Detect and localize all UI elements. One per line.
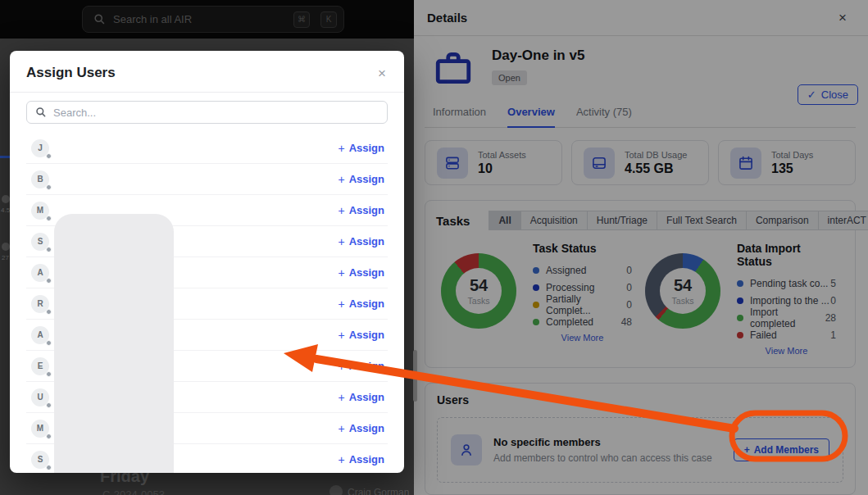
avatar-initial: A bbox=[37, 330, 43, 339]
status-dot bbox=[46, 402, 52, 408]
modal-close-icon[interactable]: × bbox=[378, 66, 386, 80]
background-accent-bar bbox=[0, 156, 10, 158]
assign-label: Assign bbox=[349, 297, 384, 310]
assign-label: Assign bbox=[349, 329, 384, 341]
plus-icon: + bbox=[338, 204, 344, 217]
avatar: R bbox=[31, 295, 49, 313]
assign-label: Assign bbox=[349, 360, 384, 372]
global-search-field[interactable] bbox=[113, 13, 283, 25]
avatar: B bbox=[31, 170, 49, 188]
avatar-initial: M bbox=[37, 424, 43, 433]
scrollbar-thumb[interactable] bbox=[413, 350, 417, 402]
assign-label: Assign bbox=[349, 142, 384, 154]
assign-button[interactable]: + Assign bbox=[338, 391, 384, 404]
assign-label: Assign bbox=[349, 173, 384, 185]
plus-icon: + bbox=[338, 391, 344, 404]
avatar-initial: B bbox=[37, 175, 43, 184]
avatar-initial: R bbox=[37, 299, 43, 308]
screen: ⌘ K 4.5 27 Friday C-2024-0053 Craig Gorm… bbox=[0, 0, 868, 495]
user-row: J + Assign bbox=[26, 133, 388, 164]
modal-header: Assign Users × bbox=[10, 51, 404, 93]
avatar: M bbox=[31, 420, 49, 438]
status-dot bbox=[46, 216, 52, 221]
search-icon bbox=[35, 107, 47, 118]
avatar-initial: A bbox=[37, 268, 43, 277]
avatar-initial: S bbox=[38, 237, 43, 246]
status-dot bbox=[46, 371, 52, 377]
assign-label: Assign bbox=[349, 453, 384, 465]
dim-overlay bbox=[414, 0, 868, 495]
assign-label: Assign bbox=[349, 422, 384, 434]
avatar: M bbox=[31, 202, 49, 220]
assign-label: Assign bbox=[349, 235, 384, 248]
status-dot bbox=[46, 309, 52, 315]
background-value: 27 bbox=[2, 254, 9, 261]
redaction-overlay bbox=[54, 214, 174, 473]
background-value: 4.5 bbox=[1, 207, 10, 214]
assign-button[interactable]: + Assign bbox=[338, 204, 384, 217]
status-dot bbox=[46, 465, 52, 470]
plus-icon: + bbox=[338, 360, 344, 373]
user-list: J + Assign B + Assign bbox=[10, 133, 404, 473]
assign-button[interactable]: + Assign bbox=[338, 297, 384, 311]
k-key-badge: K bbox=[320, 11, 337, 28]
assign-button[interactable]: + Assign bbox=[338, 235, 384, 248]
assign-label: Assign bbox=[349, 391, 384, 403]
plus-icon: + bbox=[338, 266, 344, 279]
status-dot bbox=[46, 153, 52, 159]
avatar: U bbox=[31, 388, 49, 406]
avatar-initial: S bbox=[38, 455, 43, 464]
status-dot bbox=[46, 247, 52, 252]
modal-title: Assign Users bbox=[26, 65, 116, 81]
plus-icon: + bbox=[338, 173, 344, 186]
status-dot bbox=[46, 278, 52, 284]
plus-icon: + bbox=[338, 329, 344, 342]
avatar: E bbox=[31, 357, 49, 375]
background-case-number: C-2024-0053 bbox=[102, 488, 165, 495]
assign-button[interactable]: + Assign bbox=[338, 329, 384, 342]
avatar-initial: M bbox=[37, 206, 43, 215]
status-dot bbox=[46, 434, 52, 439]
avatar-initial: J bbox=[38, 143, 43, 152]
background-user-avatar bbox=[329, 485, 343, 495]
avatar: A bbox=[31, 264, 49, 282]
user-search-box[interactable] bbox=[26, 101, 388, 124]
assign-button[interactable]: + Assign bbox=[338, 453, 384, 466]
global-search-input[interactable]: ⌘ K bbox=[82, 6, 344, 33]
search-icon bbox=[93, 13, 106, 25]
background-avatar bbox=[2, 243, 10, 251]
assign-button[interactable]: + Assign bbox=[338, 422, 384, 435]
assign-label: Assign bbox=[349, 204, 384, 216]
command-key-badge: ⌘ bbox=[293, 11, 310, 28]
avatar: J bbox=[31, 139, 49, 157]
plus-icon: + bbox=[338, 142, 344, 155]
plus-icon: + bbox=[338, 297, 344, 311]
assign-button[interactable]: + Assign bbox=[338, 173, 384, 186]
user-search-input[interactable] bbox=[53, 107, 379, 119]
avatar: S bbox=[31, 451, 49, 469]
assign-button[interactable]: + Assign bbox=[338, 142, 384, 155]
status-dot bbox=[46, 184, 52, 190]
assign-button[interactable]: + Assign bbox=[338, 266, 384, 279]
background-user-name: Craig Gorman bbox=[348, 487, 409, 495]
avatar-initial: U bbox=[37, 393, 43, 402]
user-row: B + Assign bbox=[26, 164, 388, 195]
assign-users-modal: Assign Users × J + Assign bbox=[10, 51, 404, 473]
assign-label: Assign bbox=[349, 266, 384, 279]
status-dot bbox=[46, 340, 52, 346]
top-bar: ⌘ K bbox=[0, 0, 414, 39]
avatar-initial: E bbox=[38, 361, 43, 370]
plus-icon: + bbox=[338, 453, 344, 466]
plus-icon: + bbox=[338, 235, 344, 248]
avatar: A bbox=[31, 326, 49, 344]
background-avatar bbox=[2, 195, 10, 203]
avatar: S bbox=[31, 233, 49, 251]
assign-button[interactable]: + Assign bbox=[338, 360, 384, 373]
plus-icon: + bbox=[338, 422, 344, 435]
